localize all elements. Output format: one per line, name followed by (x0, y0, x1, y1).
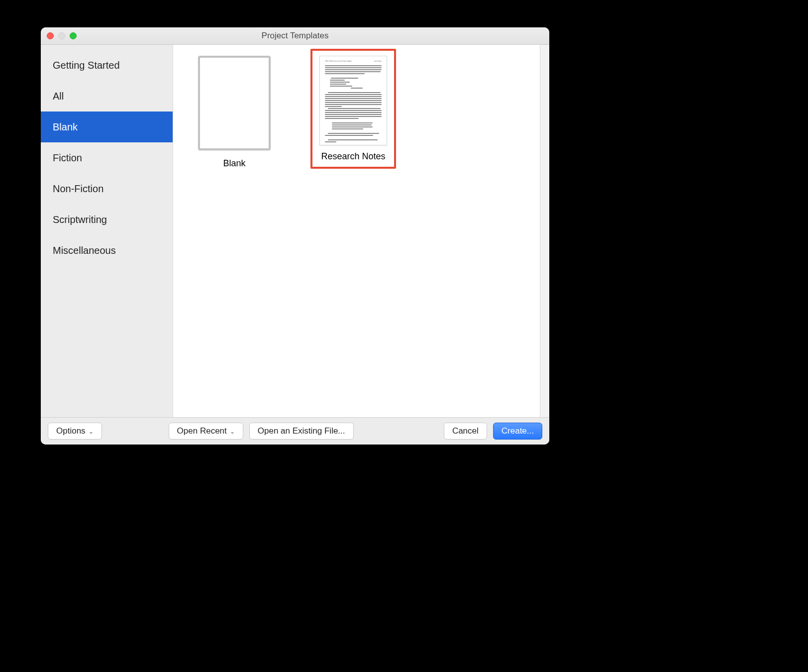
sidebar-item-fiction[interactable]: Fiction (41, 142, 173, 173)
sidebar: Getting Started All Blank Fiction Non-Fi… (41, 45, 173, 417)
button-label: Open an Existing File... (258, 426, 345, 436)
sidebar-item-label: Non-Fiction (53, 183, 103, 195)
window-title: Project Templates (41, 31, 549, 41)
zoom-window-button[interactable] (70, 32, 77, 39)
open-recent-menu-button[interactable]: Open Recent ⌄ (169, 423, 243, 440)
sidebar-item-non-fiction[interactable]: Non-Fiction (41, 173, 173, 204)
doc-preview-lines: THE LIFE-Dream and the Murn MapleJohn De… (325, 60, 382, 142)
template-thumb-research-notes: THE LIFE-Dream and the Murn MapleJohn De… (319, 56, 387, 145)
template-research-notes[interactable]: THE LIFE-Dream and the Murn MapleJohn De… (310, 49, 396, 169)
open-existing-file-button[interactable]: Open an Existing File... (249, 423, 354, 440)
template-area: Blank THE LIFE-Dream and the Murn MapleJ… (173, 45, 540, 417)
scroll-gutter (540, 45, 549, 417)
close-window-button[interactable] (47, 32, 54, 39)
sidebar-item-label: All (53, 91, 64, 102)
button-label: Open Recent (177, 426, 227, 436)
window-controls (47, 32, 77, 39)
titlebar: Project Templates (41, 27, 549, 45)
template-label: Research Notes (321, 151, 385, 162)
sidebar-item-label: Blank (53, 121, 78, 133)
template-label: Blank (223, 158, 245, 169)
project-templates-window: Project Templates Getting Started All Bl… (41, 27, 549, 445)
footer: Options ⌄ Open Recent ⌄ Open an Existing… (41, 417, 549, 445)
sidebar-item-label: Getting Started (53, 60, 120, 71)
sidebar-item-label: Miscellaneous (53, 245, 116, 256)
create-button[interactable]: Create... (493, 423, 542, 440)
sidebar-item-blank[interactable]: Blank (41, 112, 173, 142)
button-label: Options (56, 426, 86, 436)
body: Getting Started All Blank Fiction Non-Fi… (41, 45, 549, 417)
cancel-button[interactable]: Cancel (444, 423, 487, 440)
button-label: Create... (502, 426, 534, 436)
template-thumb-blank (198, 56, 271, 150)
options-menu-button[interactable]: Options ⌄ (48, 423, 102, 440)
sidebar-item-scriptwriting[interactable]: Scriptwriting (41, 204, 173, 235)
template-tiles: Blank THE LIFE-Dream and the Murn MapleJ… (173, 45, 540, 180)
minimize-window-button[interactable] (58, 32, 65, 39)
sidebar-item-all[interactable]: All (41, 81, 173, 112)
chevron-down-icon: ⌄ (89, 428, 94, 435)
chevron-down-icon: ⌄ (230, 428, 235, 435)
sidebar-item-label: Scriptwriting (53, 214, 107, 225)
template-blank[interactable]: Blank (198, 56, 271, 169)
button-label: Cancel (452, 426, 479, 436)
sidebar-item-getting-started[interactable]: Getting Started (41, 50, 173, 81)
sidebar-item-miscellaneous[interactable]: Miscellaneous (41, 235, 173, 266)
sidebar-item-label: Fiction (53, 152, 82, 164)
